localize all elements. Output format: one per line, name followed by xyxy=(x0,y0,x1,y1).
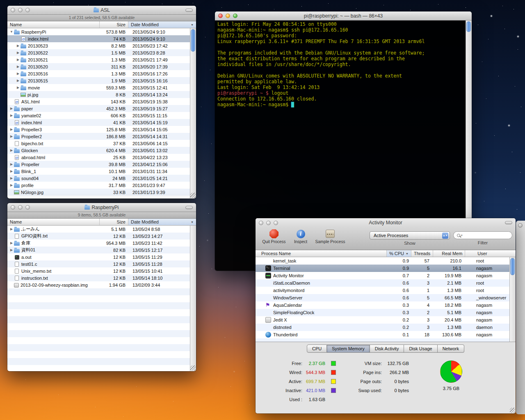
tab[interactable]: System Memory xyxy=(327,345,370,353)
file-row[interactable]: paper 452.3 MB 2013/05/19 15:27 xyxy=(7,105,190,112)
disclosure-triangle[interactable] xyxy=(16,44,21,48)
tab[interactable]: Disk Usage xyxy=(404,345,437,353)
file-row[interactable]: index.html 74 KB 2013/05/24 9:10 xyxy=(7,35,190,42)
show-popup-menu[interactable]: Active Processes ▲▼ xyxy=(370,231,450,240)
file-row[interactable]: movie 559.3 MB 2013/05/15 12:41 xyxy=(7,84,190,91)
filter-input[interactable] xyxy=(463,233,500,238)
minimize-button[interactable] xyxy=(266,221,271,225)
toolbar-pill-button[interactable] xyxy=(505,221,512,224)
file-row[interactable]: yamate02 606 KB 2013/05/15 11:15 xyxy=(7,112,190,119)
column-header-real-mem[interactable]: Real Mem xyxy=(433,250,465,257)
disclosure-triangle[interactable] xyxy=(9,241,14,245)
file-row[interactable]: GPIO資料.txt 12 KB 13/05/23 14:27 xyxy=(7,233,190,240)
process-row[interactable]: distnoted 0.2 3 1.3 MB daemon xyxy=(256,324,509,331)
process-row[interactable]: Activity Monitor 0.7 2 19.9 MB nagasm xyxy=(256,272,509,279)
disclosure-triangle[interactable] xyxy=(16,72,21,75)
zoom-button[interactable] xyxy=(25,205,30,210)
file-row[interactable]: NGlogo.jpg 33 KB 2013/01/13 9:39 xyxy=(7,189,190,196)
disclosure-triangle[interactable] xyxy=(16,65,21,68)
toolbar-pill-button[interactable] xyxy=(185,206,193,209)
file-row[interactable]: Blink_1 10.1 MB 2013/01/31 11:34 xyxy=(7,168,190,175)
vertical-scrollbar[interactable] xyxy=(190,226,196,371)
close-button[interactable] xyxy=(11,205,15,210)
process-row[interactable]: kernel_task 0.9 57 210.0 root xyxy=(256,257,509,265)
titlebar[interactable]: pi@raspberrypi: ~ — bash — 86×43 xyxy=(215,11,472,21)
disclosure-triangle[interactable] xyxy=(9,176,14,180)
close-button[interactable] xyxy=(218,14,223,18)
column-header-size[interactable]: Size xyxy=(100,219,128,225)
process-row[interactable]: Thunderbird 0.1 18 130.6 MB nagasm xyxy=(256,331,509,338)
titlebar[interactable]: ASL xyxy=(7,6,196,15)
close-button[interactable] xyxy=(518,223,523,228)
disclosure-triangle[interactable] xyxy=(9,128,14,131)
file-row[interactable]: RaspberryPi 573.8 MB 2013/05/24 9:10 xyxy=(7,28,190,35)
disclosure-triangle[interactable] xyxy=(9,30,14,34)
resize-grip[interactable] xyxy=(510,408,515,413)
tab[interactable]: Network xyxy=(438,345,464,353)
process-row[interactable]: WindowServer 0.6 5 66.5 MB _windowserver xyxy=(256,294,509,301)
vertical-scrollbar[interactable] xyxy=(190,28,196,199)
file-row[interactable]: 20130521 1.3 MB 2013/05/21 17:49 xyxy=(7,56,190,63)
process-row[interactable]: iStatLocalDaemon 0.6 3 2.1 MB root xyxy=(256,279,509,287)
zoom-button[interactable] xyxy=(274,221,278,225)
file-row[interactable]: Propeller 39.8 MB 2013/04/12 15:06 xyxy=(7,161,190,168)
disclosure-triangle[interactable] xyxy=(9,135,14,138)
column-header-user[interactable]: User xyxy=(465,250,516,257)
sample-process-button[interactable]: Sample Process xyxy=(312,229,348,244)
filter-search-field[interactable]: ▾ xyxy=(453,231,512,239)
disclosure-triangle[interactable] xyxy=(16,51,21,55)
file-row[interactable]: 20130522 1.5 MB 2013/05/23 8:28 xyxy=(7,49,190,56)
zoom-button[interactable] xyxy=(25,8,30,12)
file-row[interactable]: Propeller2 186.8 MB 2013/05/14 14:31 xyxy=(7,133,190,140)
column-header-cpu[interactable]: % CPU xyxy=(387,250,411,257)
disclosure-triangle[interactable] xyxy=(16,79,21,82)
disclosure-triangle[interactable] xyxy=(9,162,14,166)
file-row[interactable]: 20130523 8.2 MB 2013/05/23 17:42 xyxy=(7,42,190,49)
file-row[interactable]: 資料01 82 KB 13/05/15 12:17 xyxy=(7,247,190,253)
disclosure-triangle[interactable] xyxy=(9,114,14,117)
disclosure-triangle[interactable] xyxy=(9,248,14,252)
file-row[interactable]: a.out 12 KB 13/05/15 11:29 xyxy=(7,253,190,260)
disclosure-triangle[interactable] xyxy=(9,169,14,173)
close-button[interactable] xyxy=(259,221,263,225)
file-row[interactable]: Propeller3 125.8 MB 2013/05/14 15:05 xyxy=(7,126,190,133)
file-row[interactable]: index.html 41 KB 2013/05/14 15:19 xyxy=(7,119,190,126)
resize-grip[interactable] xyxy=(190,193,196,198)
column-header-name[interactable]: Name xyxy=(7,21,100,28)
file-row[interactable]: profile 31.7 MB 2013/01/23 9:47 xyxy=(7,182,190,189)
process-row[interactable]: Terminal 0.9 5 16.1 nagasm xyxy=(256,265,509,272)
vertical-scrollbar[interactable] xyxy=(509,257,516,342)
column-header-threads[interactable]: Threads xyxy=(411,250,433,257)
file-row[interactable]: Unix_memo.txt 12 KB 13/05/15 10:41 xyxy=(7,267,190,274)
tab[interactable]: CPU xyxy=(307,345,327,353)
disclosure-triangle[interactable] xyxy=(16,58,21,62)
disclosure-triangle[interactable] xyxy=(9,227,14,231)
column-header-process-name[interactable]: Process Name xyxy=(256,250,387,257)
tab[interactable]: Disk Activity xyxy=(370,345,404,353)
file-row[interactable]: bigecho.txt 37 KB 2013/05/06 14:15 xyxy=(7,140,190,147)
process-row[interactable]: SimpleFloatingClock 0.3 2 5.1 MB nagasm xyxy=(256,309,509,316)
minimize-button[interactable] xyxy=(226,14,230,18)
disclosure-triangle[interactable] xyxy=(9,183,14,187)
disclosure-triangle[interactable] xyxy=(9,148,14,152)
file-row[interactable]: 20130515 1.9 MB 2013/05/15 16:16 xyxy=(7,77,190,84)
column-header-size[interactable]: Size xyxy=(100,21,128,28)
process-row[interactable]: Jedit X 0.2 3 20.4 MB nagasm xyxy=(256,316,509,324)
file-row[interactable]: 2013-02-09-wheezy-raspbian.img 1.94 GB 1… xyxy=(7,281,190,288)
file-row[interactable]: test01.c 12 KB 13/05/15 11:28 xyxy=(7,260,190,267)
toolbar-pill-button[interactable] xyxy=(185,9,193,12)
scrollbar-thumb[interactable] xyxy=(510,258,515,275)
file-row[interactable]: pi.jpg 8 KB 2013/05/14 13:24 xyxy=(7,91,190,98)
quit-process-button[interactable]: Quit Process xyxy=(260,229,288,244)
file-row[interactable]: 20130516 1.3 MB 2013/05/16 17:26 xyxy=(7,70,190,77)
column-header-date-modified[interactable]: Date Modified xyxy=(128,21,196,28)
resize-grip[interactable] xyxy=(190,365,196,371)
file-row[interactable]: ASL.html 143 KB 2013/05/19 15:38 xyxy=(7,98,190,105)
process-row[interactable]: AquaCalendar 0.3 4 18.2 MB nagasm xyxy=(256,301,509,309)
scrollbar-thumb[interactable] xyxy=(466,21,471,32)
file-row[interactable]: Glocken 620.4 MB 2013/05/01 13:02 xyxy=(7,147,190,154)
column-header-date-modified[interactable]: Date Modified xyxy=(128,219,196,225)
column-header-name[interactable]: Name xyxy=(7,219,100,225)
file-row[interactable]: 20130520 311 KB 2013/05/20 17:39 xyxy=(7,63,190,70)
file-row[interactable]: sound04 24 MB 2013/01/25 14:21 xyxy=(7,175,190,182)
